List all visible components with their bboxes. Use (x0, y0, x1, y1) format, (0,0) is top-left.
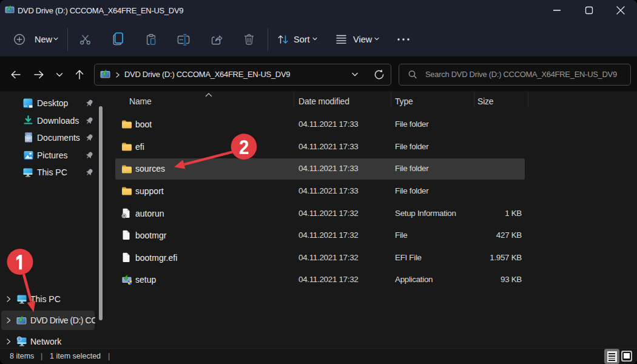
svg-text:2: 2 (239, 135, 249, 158)
